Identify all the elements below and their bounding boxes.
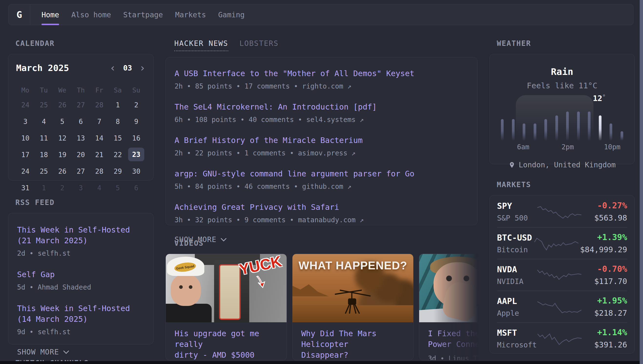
nav-tab-home[interactable]: Home [42,4,59,25]
thumbnail-art [171,274,201,306]
rss-show-more-label: SHOW MORE [17,348,59,356]
weather-bar-current [599,116,601,140]
market-row-msft[interactable]: MSFT Microsoft +1.14% $391.26 [497,322,627,354]
video-title-line: His upgrade got me really [175,328,278,350]
weather-location: London, United Kingdom [499,160,625,169]
calendar-day: 1 [35,181,53,195]
rss-item: This Week in Self-Hosted (21 March 2025)… [17,224,145,258]
weather-bar [620,131,623,140]
video-card[interactable]: WHAT HAPPENED? Why Did The Mars Helicopt… [292,254,413,360]
news-item-meta[interactable]: 3h • 32 points • 9 comments • matanabudy… [175,216,468,224]
market-row-spy[interactable]: SPY S&P 500 -0.27% $563.98 [497,196,627,227]
tab-lobsters[interactable]: LOBSTERS [240,39,279,51]
video-thumbnail[interactable]: DO TH T [419,254,477,322]
nav-tab-gaming[interactable]: Gaming [218,4,245,25]
nav-tab-also-home[interactable]: Also home [71,4,111,25]
market-name: S&P 500 [497,214,536,222]
calendar-header: March 2025 ‹ 03 › [16,63,146,73]
rss-item-meta: 9d • selfh.st [17,328,145,336]
rss-item: This Week in Self-Hosted (14 March 2025)… [17,303,145,336]
video-title[interactable]: Why Did The Mars Helicopter Disappear? [301,328,404,360]
calendar-day: 3 [16,114,35,128]
news-item-meta[interactable]: 2h • 22 points • 1 comments • asimov.pre… [175,149,468,157]
video-title-line: dirty - AMD $5000 Ultimate… [175,350,278,360]
screen-bottom-edge [0,361,643,364]
weekday-label: Th [72,85,90,96]
rss-show-more-button[interactable]: SHOW MORE [17,348,145,356]
calendar-day: 2 [127,98,146,112]
calendar-day: 2 [53,181,72,195]
calendar-day: 17 [16,148,35,162]
calendar-day: 12 [53,131,72,145]
weekday-label: Mo [16,85,35,96]
nav-tabs: Home Also home Startpage Markets Gaming [42,4,245,25]
video-info: Why Did The Mars Helicopter Disappear? 2… [292,322,413,360]
dashboard: CALENDAR March 2025 ‹ 03 › Mo Tu We Th F… [8,39,635,364]
current-temp-label: 12° [593,94,606,103]
news-item-title[interactable]: argp: GNU-style command line argument pa… [175,168,468,179]
news-item-title[interactable]: A USB Interface to the "Mother of All De… [175,68,468,79]
market-row-btc[interactable]: BTC-USD Bitcoin +1.39% $84,999.29 [497,227,627,259]
rss-item-title[interactable]: This Week in Self-Hosted (14 March 2025) [17,303,145,324]
news-item-meta[interactable]: 5h • 84 points • 46 comments • github.co… [175,182,468,190]
news-item-title[interactable]: The SeL4 Microkernel: An Introduction [p… [175,102,468,112]
video-card[interactable]: Geek Squad YUCK His upgrade got me reall… [166,254,287,360]
page-scrollbar[interactable] [639,0,643,364]
market-id: SPY S&P 500 [497,201,536,222]
rss-item: Self Gap 5d • Ahmad Shadeed [17,269,145,291]
video-title[interactable]: I Fixed the 5 Power Connect [428,328,477,350]
video-title[interactable]: His upgrade got me really dirty - AMD $5… [175,328,278,360]
tab-hacker-news[interactable]: HACKER NEWS [174,39,228,51]
calendar-day: 10 [16,131,35,145]
chevron-down-icon [63,350,69,354]
rss-item-title[interactable]: This Week in Self-Hosted (21 March 2025) [17,224,145,246]
app-logo[interactable]: G [9,4,30,25]
weather-bar [609,124,612,140]
market-price: $218.27 [583,308,627,318]
news-item-meta[interactable]: 2h • 85 points • 17 comments • righto.co… [175,82,468,90]
news-item-meta[interactable]: 6h • 108 points • 40 comments • sel4.sys… [175,116,468,124]
calendar-day: 24 [16,164,35,178]
weather-condition: Rain [499,66,625,77]
video-title-line: Why Did The Mars Helicopter [301,328,404,350]
calendar-day: 4 [90,181,109,195]
calendar-grid: Mo Tu We Th Fr Sa Su 24 25 26 27 28 1 2 … [16,85,146,195]
market-change: +1.95% [583,296,627,306]
video-thumbnail[interactable]: Geek Squad YUCK [166,254,287,322]
calendar-day: 24 [16,98,35,112]
calendar-day: 5 [53,114,72,128]
market-id: MSFT Microsoft [497,328,537,349]
news-item-title[interactable]: Achieving Great Privacy with Safari [175,202,468,212]
calendar-day: 26 [53,98,72,112]
current-temp-value: 12 [593,94,602,103]
sparkline-chart [534,236,580,251]
thumbnail-art [292,281,329,296]
nav-tab-startpage[interactable]: Startpage [123,4,163,25]
market-values: +1.95% $218.27 [583,296,627,318]
sparkline-chart [536,204,583,219]
chevron-left-icon[interactable]: ‹ [110,64,116,72]
video-title-line: Power Connect [428,339,477,350]
calendar-day: 28 [90,98,109,112]
nav-tab-markets[interactable]: Markets [175,4,206,25]
calendar-day: 27 [72,164,90,178]
calendar-day: 13 [72,131,90,145]
market-row-nvda[interactable]: NVDA NVIDIA -0.70% $117.70 [497,259,627,290]
rss-item-title[interactable]: Self Gap [17,269,145,280]
sparkline-chart [536,267,583,283]
market-values: +1.14% $391.26 [583,328,627,349]
weekday-label: Sa [109,85,127,96]
weather-location-text: London, United Kingdom [519,160,616,169]
market-row-aapl[interactable]: AAPL Apple +1.95% $218.27 [497,290,627,322]
chevron-right-icon[interactable]: › [139,64,146,72]
news-item-title[interactable]: A Brief History of the Miracle Bacterium [175,135,468,146]
weather-feels-like: Feels like 11°C [499,81,625,90]
time-tick: 6am [517,143,529,151]
weather-bars [501,98,623,140]
weather-bar [501,119,504,140]
calendar-month-nav: ‹ 03 › [110,64,146,72]
video-card-clipped[interactable]: DO TH T I Fixed the 5 Power Connect 3d •… [419,254,477,360]
videos-section-title: VIDEOS [174,239,477,248]
top-nav: G Home Also home Startpage Markets Gamin… [8,4,633,25]
video-thumbnail[interactable]: WHAT HAPPENED? [292,254,413,322]
